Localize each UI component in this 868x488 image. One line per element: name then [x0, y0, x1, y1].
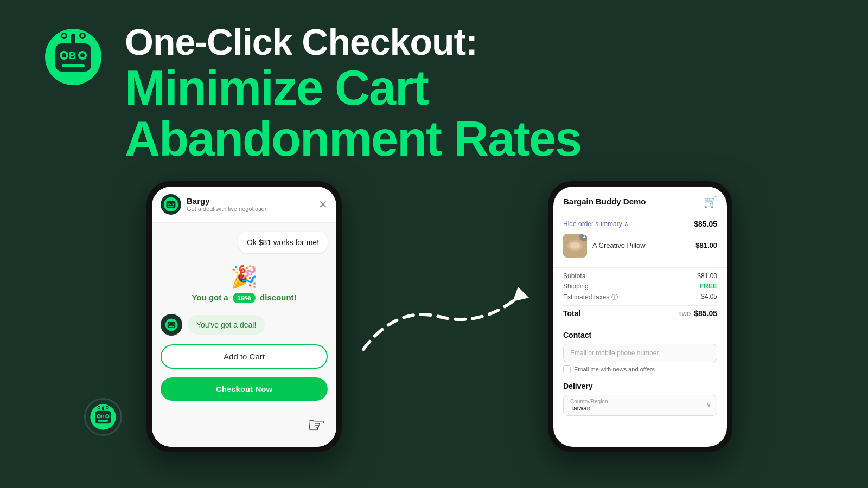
header: B One-Click Checkout: Minimize Cart Aban… — [0, 0, 868, 165]
chat-message-bubble: Ok $81 works for me! — [238, 232, 328, 253]
select-arrow-icon: ∨ — [706, 401, 711, 409]
product-name: A Creative Pillow — [592, 241, 690, 249]
price-breakdown: Subtotal $81.00 Shipping FREE Estimated … — [553, 268, 727, 325]
cursor-pointer-icon: ☞ — [307, 413, 326, 437]
logo-container: B — [43, 27, 103, 87]
deal-message-row: You've got a deal! — [161, 314, 328, 336]
shipping-label: Shipping — [563, 282, 589, 290]
subtotal-value: $81.00 — [697, 272, 717, 280]
country-select[interactable]: Country/Region Taiwan ∨ — [563, 395, 717, 416]
svg-marker-41 — [513, 287, 529, 301]
chat-header-text: Bargy Get a deal with live negotiation — [187, 196, 313, 212]
chat-bargy-avatar: B — [161, 194, 181, 215]
store-name: Bargain Buddy Demo — [563, 197, 646, 206]
discount-text: You got a 19% discount! — [192, 293, 296, 303]
floating-bargy-avatar: B — [84, 398, 122, 436]
svg-point-5 — [80, 53, 85, 57]
product-row: 1 A Creative Pillow $81.00 — [563, 234, 717, 258]
discount-area: 🎉 You got a 19% discount! — [161, 260, 328, 307]
checkout-header: Bargain Buddy Demo 🛒 — [553, 187, 727, 214]
delivery-title: Delivery — [563, 382, 717, 390]
celebration-emoji: 🎉 — [231, 264, 258, 290]
svg-point-39 — [173, 324, 174, 325]
country-value: Taiwan — [570, 404, 710, 412]
bargy-logo-icon: B — [43, 27, 103, 87]
headline: One-Click Checkout: Minimize Cart Abando… — [125, 22, 825, 165]
product-qty-badge: 1 — [579, 234, 587, 241]
cart-icon[interactable]: 🛒 — [704, 195, 717, 208]
svg-rect-40 — [169, 326, 174, 327]
dashed-arrow-svg — [353, 262, 537, 371]
chat-bot-subtitle: Get a deal with live negotiation — [187, 206, 313, 212]
taxes-row: Estimated taxes ⓘ $4.05 — [563, 293, 717, 302]
header-total: $85.05 — [694, 220, 717, 228]
svg-rect-32 — [168, 206, 174, 207]
subtotal-row: Subtotal $81.00 — [563, 272, 717, 280]
shipping-row: Shipping FREE — [563, 282, 717, 290]
add-to-cart-button[interactable]: Add to Cart — [161, 344, 328, 369]
svg-point-18 — [106, 415, 108, 418]
svg-point-38 — [169, 324, 170, 325]
chat-bot-name: Bargy — [187, 196, 313, 206]
svg-point-17 — [98, 415, 100, 418]
svg-text:B: B — [101, 414, 104, 419]
arrow-area — [342, 181, 548, 452]
order-summary-header: Hide order summary ∧ $85.05 — [563, 220, 717, 228]
total-currency: TWD — [679, 311, 691, 317]
shipping-value: FREE — [700, 282, 717, 290]
svg-point-24 — [106, 407, 108, 408]
total-row: Total TWD $85.05 — [563, 305, 717, 318]
deal-avatar — [161, 314, 182, 336]
headline-line2: Minimize Cart — [125, 62, 825, 114]
svg-rect-7 — [71, 34, 75, 43]
chat-header: B Bargy Get a deal with live negotiation… — [152, 187, 336, 223]
newsletter-row: Email me with news and offers — [563, 365, 717, 373]
newsletter-label: Email me with news and offers — [574, 366, 655, 373]
svg-point-44 — [570, 242, 580, 249]
svg-point-10 — [62, 34, 66, 37]
deal-bubble: You've got a deal! — [188, 315, 265, 335]
close-button[interactable]: ✕ — [318, 198, 328, 211]
taxes-label: Estimated taxes ⓘ — [563, 293, 618, 302]
svg-rect-6 — [62, 64, 85, 67]
svg-text:B: B — [69, 50, 76, 61]
country-label: Country/Region — [570, 399, 710, 404]
contact-title: Contact — [563, 331, 717, 339]
headline-line3: Abandonment Rates — [125, 113, 825, 165]
delivery-section: Delivery Country/Region Taiwan ∨ — [553, 377, 727, 420]
svg-point-30 — [168, 203, 169, 204]
checkout-now-button[interactable]: Checkout Now — [161, 377, 328, 401]
order-summary: Hide order summary ∧ $85.05 1 A — [553, 214, 727, 268]
svg-rect-20 — [102, 406, 104, 410]
total-value: TWD $85.05 — [679, 309, 718, 318]
hide-summary-link[interactable]: Hide order summary ∧ — [563, 220, 629, 228]
svg-point-23 — [98, 407, 100, 408]
svg-point-11 — [81, 34, 84, 37]
phones-area: B B — [0, 165, 868, 452]
right-phone: Bargain Buddy Demo 🛒 Hide order summary … — [548, 181, 732, 452]
subtotal-label: Subtotal — [563, 272, 587, 280]
svg-point-4 — [62, 53, 66, 57]
product-price: $81.00 — [695, 241, 717, 249]
total-label: Total — [563, 309, 580, 318]
svg-rect-19 — [98, 420, 108, 422]
headline-line1: One-Click Checkout: — [125, 22, 825, 62]
product-image: 1 — [563, 234, 587, 258]
contact-section: Contact Email or mobile phone number Ema… — [553, 325, 727, 377]
taxes-value: $4.05 — [701, 293, 717, 302]
newsletter-checkbox[interactable] — [563, 365, 571, 373]
left-phone: B Bargy Get a deal with live negotiation… — [146, 181, 342, 452]
svg-point-31 — [173, 203, 174, 204]
discount-badge: 19% — [233, 293, 256, 303]
contact-input[interactable]: Email or mobile phone number — [563, 344, 717, 362]
